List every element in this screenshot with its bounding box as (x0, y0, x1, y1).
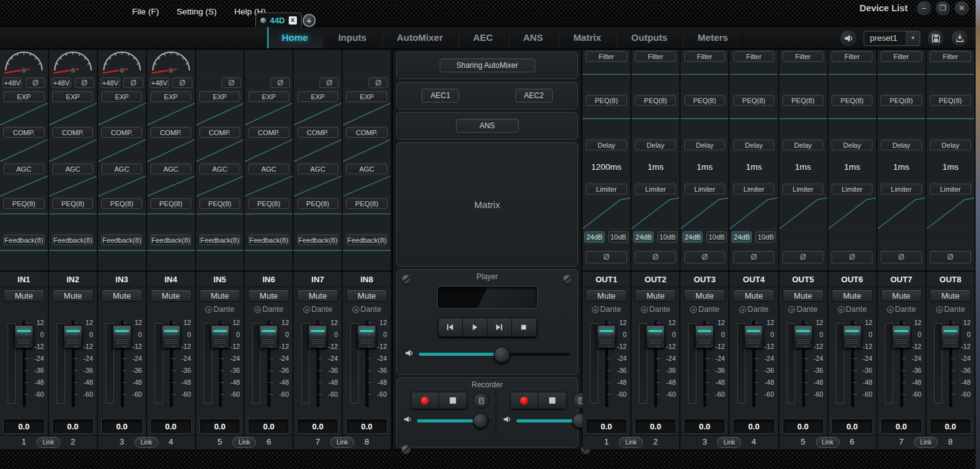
record-stop-button[interactable] (439, 392, 467, 409)
block-comp-button[interactable]: COMP. (3, 127, 44, 138)
mute-button[interactable]: Mute (782, 289, 824, 302)
block-filter-button[interactable]: Filter (635, 51, 676, 62)
phase-invert-button[interactable]: Ø (123, 77, 143, 88)
slope-10db-button[interactable]: 10dB (608, 231, 628, 243)
mute-button[interactable]: Mute (684, 289, 725, 302)
block-filter-button[interactable]: Filter (586, 51, 626, 62)
device-tab-close-icon[interactable]: x (289, 16, 297, 25)
phase-invert-button[interactable]: Ø (684, 251, 725, 263)
device-tab[interactable]: 44D x (255, 13, 302, 27)
block-peq8-button[interactable]: PEQ(8) (150, 198, 191, 209)
aec2-button[interactable]: AEC2 (515, 89, 553, 102)
phase-invert-button[interactable]: Ø (26, 77, 45, 88)
block-peq8-button[interactable]: PEQ(8) (298, 198, 338, 209)
block-agc-button[interactable]: AGC (101, 163, 142, 174)
matrix-panel[interactable]: Matrix (396, 142, 578, 267)
block-peq8-button[interactable]: PEQ(8) (52, 198, 93, 209)
block-delay-button[interactable]: Delay (930, 140, 971, 150)
phase-invert-button[interactable]: Ø (586, 251, 626, 263)
block-filter-button[interactable]: Filter (733, 51, 774, 62)
block-limiter-button[interactable]: Limiter (684, 184, 725, 194)
block-limiter-button[interactable]: Limiter (881, 184, 922, 194)
previous-track-button[interactable] (438, 318, 463, 336)
mute-button[interactable]: Mute (150, 289, 192, 302)
save-preset-button[interactable] (927, 30, 944, 47)
block-agc-button[interactable]: AGC (150, 163, 191, 174)
recorder-volume-slider[interactable] (417, 419, 489, 422)
link-button[interactable]: Link (914, 437, 938, 448)
block-exp-button[interactable]: EXP (248, 91, 289, 102)
phase-invert-button[interactable]: Ø (172, 77, 192, 88)
stop-button[interactable] (512, 318, 537, 336)
block-limiter-button[interactable]: Limiter (832, 184, 872, 194)
phase-invert-button[interactable]: Ø (320, 77, 339, 88)
mute-button[interactable]: Mute (733, 289, 774, 302)
block-filter-button[interactable]: Filter (782, 51, 823, 62)
block-limiter-button[interactable]: Limiter (586, 184, 626, 194)
phase-invert-button[interactable]: Ø (832, 251, 872, 263)
block-filter-button[interactable]: Filter (832, 51, 872, 62)
preset-select[interactable]: preset1 ▼ (864, 31, 920, 46)
slope-10db-button[interactable]: 10dB (755, 231, 776, 243)
ans-button[interactable]: ANS (456, 119, 519, 133)
block-agc-button[interactable]: AGC (248, 163, 289, 174)
block-delay-button[interactable]: Delay (733, 140, 774, 150)
mute-button[interactable]: Mute (248, 289, 289, 302)
block-peq8-button[interactable]: PEQ(8) (101, 198, 142, 209)
phase-invert-button[interactable]: Ø (930, 251, 971, 263)
load-preset-button[interactable] (951, 30, 968, 47)
block-comp-button[interactable]: COMP. (52, 127, 93, 138)
block-limiter-button[interactable]: Limiter (635, 184, 676, 194)
slope-24db-button[interactable]: 24dB (633, 231, 654, 243)
phase-invert-button[interactable]: Ø (270, 77, 290, 88)
block-limiter-button[interactable]: Limiter (782, 184, 823, 194)
minimize-icon[interactable]: – (916, 1, 932, 16)
sharing-automixer-button[interactable]: Sharing AutoMixer (440, 58, 535, 72)
play-button[interactable] (463, 318, 487, 336)
block-delay-button[interactable]: Delay (881, 140, 922, 150)
block-peq8-button[interactable]: PEQ(8) (733, 95, 774, 106)
phase-invert-button[interactable]: Ø (221, 77, 241, 88)
block-peq8-button[interactable]: PEQ(8) (3, 198, 44, 209)
block-peq8-button[interactable]: PEQ(8) (346, 198, 387, 209)
tab-home[interactable]: Home (267, 27, 323, 48)
block-exp-button[interactable]: EXP (52, 91, 93, 102)
block-filter-button[interactable]: Filter (684, 51, 725, 62)
block-peq8-button[interactable]: PEQ(8) (782, 95, 823, 106)
block-comp-button[interactable]: COMP. (248, 127, 289, 138)
link-button[interactable]: Link (717, 437, 741, 448)
block-peq8-button[interactable]: PEQ(8) (635, 95, 676, 106)
phase-invert-button[interactable]: Ø (369, 77, 388, 88)
block-filter-button[interactable]: Filter (930, 51, 971, 62)
block-feedback8-button[interactable]: Feedback(8) (199, 234, 240, 245)
block-comp-button[interactable]: COMP. (298, 127, 338, 138)
mute-button[interactable]: Mute (832, 289, 873, 302)
block-agc-button[interactable]: AGC (3, 163, 44, 174)
mute-button[interactable]: Mute (881, 289, 922, 302)
block-peq8-button[interactable]: PEQ(8) (832, 95, 872, 106)
record-file-button[interactable] (473, 392, 489, 409)
mute-button[interactable]: Mute (101, 289, 143, 302)
phase-invert-button[interactable]: Ø (733, 251, 774, 263)
phase-invert-button[interactable]: Ø (75, 77, 94, 88)
volume-thumb[interactable] (473, 413, 488, 428)
link-button[interactable]: Link (36, 437, 60, 448)
block-filter-button[interactable]: Filter (881, 51, 922, 62)
mute-button[interactable]: Mute (930, 289, 971, 302)
mute-button[interactable]: Mute (635, 289, 676, 302)
record-button[interactable] (411, 392, 439, 409)
block-comp-button[interactable]: COMP. (101, 127, 142, 138)
block-agc-button[interactable]: AGC (52, 163, 93, 174)
block-peq8-button[interactable]: PEQ(8) (248, 198, 289, 209)
mute-button[interactable]: Mute (297, 289, 338, 302)
mute-button[interactable]: Mute (52, 289, 94, 302)
block-exp-button[interactable]: EXP (298, 91, 338, 102)
volume-thumb[interactable] (494, 346, 510, 363)
record-stop-button[interactable] (538, 392, 566, 409)
tab-meters[interactable]: Meters (682, 27, 743, 48)
block-delay-button[interactable]: Delay (832, 140, 872, 150)
phantom-48v-button[interactable]: +48V (3, 77, 22, 88)
block-delay-button[interactable]: Delay (635, 140, 676, 150)
menu-file[interactable]: File (F) (132, 7, 159, 16)
block-exp-button[interactable]: EXP (3, 91, 44, 102)
